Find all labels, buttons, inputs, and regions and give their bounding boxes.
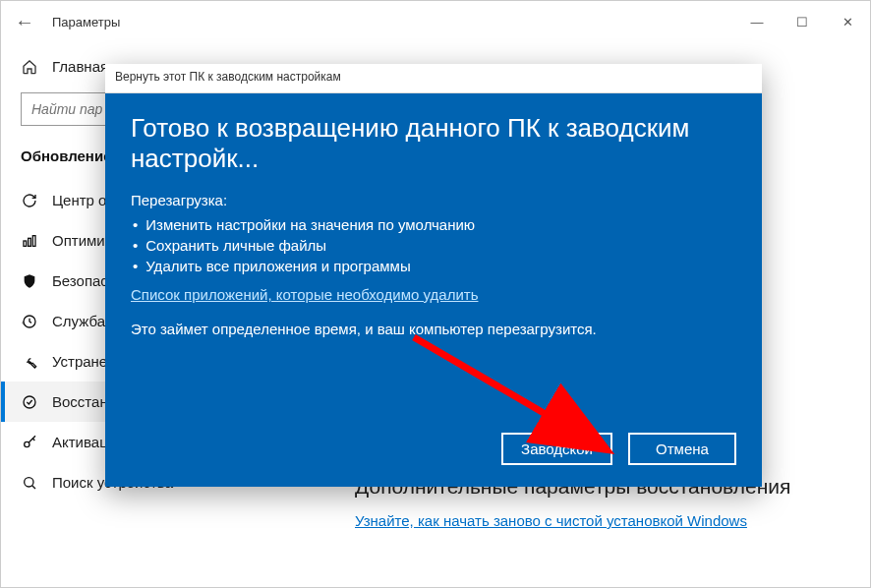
home-icon	[21, 59, 38, 75]
key-icon	[21, 435, 38, 450]
sidebar-item-label: Служба	[52, 313, 105, 329]
dialog-titlebar: Вернуть этот ПК к заводским настройкам	[105, 64, 762, 93]
sidebar-item-label: Оптими	[52, 232, 105, 249]
sidebar-home-label: Главная	[52, 58, 108, 75]
window-title: Параметры	[52, 15, 120, 29]
minimize-button[interactable]: —	[734, 6, 780, 37]
back-icon[interactable]: ←	[15, 11, 34, 33]
svg-rect-0	[24, 241, 27, 246]
dialog-note: Это займет определенное время, и ваш ком…	[131, 321, 736, 337]
cancel-button[interactable]: Отмена	[628, 433, 736, 465]
dialog-bullet: Удалить все приложения и программы	[131, 256, 736, 276]
sync-icon	[21, 193, 38, 208]
dialog-body: Готово к возвращению данного ПК к заводс…	[105, 93, 762, 487]
maximize-button[interactable]: ☐	[780, 6, 825, 37]
clean-install-link[interactable]: Узнайте, как начать заново с чистой уста…	[355, 512, 747, 529]
window-controls: — ☐ ✕	[734, 6, 870, 37]
wrench-icon	[21, 354, 38, 370]
window-titlebar: ← Параметры — ☐ ✕	[1, 1, 870, 42]
apps-to-remove-link[interactable]: Список приложений, которые необходимо уд…	[131, 286, 478, 303]
recovery-icon	[21, 394, 38, 410]
sidebar-item-label: Безопас	[52, 272, 108, 289]
chart-icon	[21, 233, 38, 249]
svg-point-6	[25, 477, 33, 486]
dialog-bullet: Сохранить личные файлы	[131, 235, 736, 256]
dialog-bullet-list: Изменить настройки на значения по умолча…	[131, 214, 736, 276]
sidebar-item-label: Восстан	[52, 393, 108, 410]
sidebar-item-label: Устране	[52, 353, 107, 370]
shield-icon	[21, 273, 38, 289]
factory-reset-button[interactable]: Заводской	[501, 433, 612, 465]
close-button[interactable]: ✕	[825, 6, 870, 37]
dialog-heading: Готово к возвращению данного ПК к заводс…	[131, 113, 736, 174]
sidebar-item-label: Центр о	[52, 192, 106, 208]
dialog-reload-label: Перезагрузка:	[131, 192, 736, 208]
svg-rect-2	[32, 235, 35, 246]
svg-rect-1	[29, 238, 31, 246]
dialog-bullet: Изменить настройки на значения по умолча…	[131, 214, 736, 235]
history-icon	[21, 314, 38, 329]
location-icon	[21, 475, 38, 491]
reset-dialog: Вернуть этот ПК к заводским настройкам Г…	[105, 64, 762, 487]
svg-point-4	[24, 396, 35, 408]
dialog-button-row: Заводской Отмена	[501, 433, 736, 465]
